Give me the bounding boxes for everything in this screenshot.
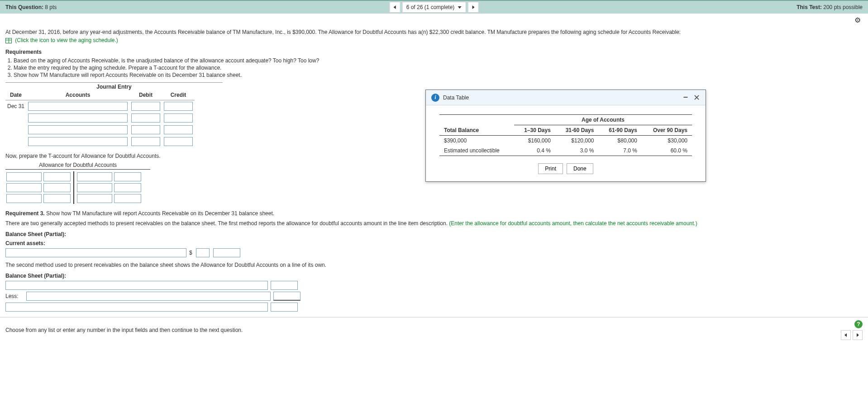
je-credit-input[interactable]: [164, 137, 193, 146]
je-date: Dec 31: [5, 100, 26, 113]
t-left-label-input[interactable]: [6, 194, 42, 203]
je-account-input[interactable]: [28, 137, 128, 146]
je-account-input[interactable]: [28, 102, 128, 111]
footer-prev-button[interactable]: [841, 330, 851, 340]
gear-bar: ⚙: [0, 14, 868, 26]
dt-col: 31-60 Days: [555, 125, 599, 136]
gear-icon[interactable]: ⚙: [854, 16, 861, 24]
je-debit-input[interactable]: [131, 114, 160, 123]
dt-cell: $390,000: [439, 136, 514, 146]
current-assets-label: Current assets:: [5, 240, 863, 246]
help-icon[interactable]: ?: [854, 320, 863, 328]
method1-text: There are two generally accepted methods…: [5, 220, 449, 227]
test-label-bold: This Test:: [796, 4, 822, 10]
question-pts: 8 pts: [43, 4, 57, 10]
requirements-heading: Requirements: [5, 49, 863, 55]
done-button[interactable]: Done: [567, 163, 593, 174]
je-debit-input[interactable]: [131, 125, 160, 134]
next-question-button[interactable]: [467, 2, 478, 13]
t-right-label-input[interactable]: [77, 183, 112, 192]
je-account-input[interactable]: [28, 114, 128, 123]
t-right-amount-input[interactable]: [114, 194, 141, 203]
svg-marker-3: [844, 333, 847, 337]
bs-net-input[interactable]: [213, 248, 240, 257]
t-left-label-input[interactable]: [6, 183, 42, 192]
requirement-item: Show how TM Manufacture will report Acco…: [14, 71, 863, 79]
question-label: This Question: 8 pts: [5, 4, 57, 10]
je-col-credit: Credit: [162, 90, 195, 100]
requirement-3: Requirement 3. Show how TM Manufacture w…: [5, 210, 863, 217]
bs-partial-1: Balance Sheet (Partial):: [5, 231, 863, 237]
bs-method1-row: $: [5, 248, 863, 257]
dt-cell: $80,000: [598, 136, 642, 146]
test-pts: 200 pts possible: [822, 4, 863, 10]
chevron-down-icon: [457, 5, 462, 9]
popup-body: Age of Accounts Total Balance 1–30 Days …: [426, 105, 706, 181]
je-account-input[interactable]: [28, 125, 128, 134]
requirement-item: Based on the aging of Accounts Receivabl…: [14, 57, 863, 64]
t-account-title: Allowance for Doubtful Accounts: [5, 162, 150, 170]
bs-amount-input[interactable]: [271, 281, 298, 290]
dollar-sign: $: [189, 250, 192, 256]
less-label: Less:: [5, 293, 24, 299]
je-credit-input[interactable]: [164, 102, 193, 111]
bs-total-amount-input[interactable]: [271, 303, 298, 312]
bs-method2-row2: Less:: [5, 292, 863, 301]
dt-cell: 0.4 %: [514, 146, 555, 156]
method1-instruction: (Enter the allowance for doubtful accoun…: [449, 220, 697, 227]
question-nav: 6 of 26 (1 complete): [390, 2, 479, 13]
t-left-amount-input[interactable]: [43, 194, 71, 203]
bs-partial-2: Balance Sheet (Partial):: [5, 273, 863, 279]
data-table-popup: i Data Table − ✕ Age of Accounts Total B…: [425, 90, 706, 182]
close-icon[interactable]: ✕: [693, 93, 700, 103]
req3-text: Show how TM Manufacture will report Acco…: [45, 210, 274, 217]
journal-entry-title: Journal Entry: [5, 82, 223, 90]
dt-cell: $30,000: [642, 136, 692, 146]
question-dropdown[interactable]: 6 of 26 (1 complete): [402, 2, 466, 13]
footer-hint: Choose from any list or enter any number…: [5, 327, 243, 333]
t-left-label-input[interactable]: [6, 172, 42, 181]
table-icon[interactable]: [5, 38, 12, 43]
minimize-icon[interactable]: −: [683, 93, 688, 102]
bs-total-desc-input[interactable]: [5, 303, 268, 312]
bs-method2-row1: [5, 281, 863, 290]
t-left-amount-input[interactable]: [43, 183, 71, 192]
dt-col: 61-90 Days: [598, 125, 642, 136]
print-button[interactable]: Print: [538, 163, 563, 174]
je-debit-input[interactable]: [131, 102, 160, 111]
t-right-amount-input[interactable]: [114, 183, 141, 192]
bs-line-desc-input[interactable]: [5, 281, 268, 290]
t-right-amount-input[interactable]: [114, 172, 141, 181]
popup-header: i Data Table − ✕: [426, 90, 706, 105]
je-credit-input[interactable]: [164, 114, 193, 123]
bs-allowance-input[interactable]: [196, 248, 210, 257]
footer-nav: [841, 330, 863, 340]
je-col-date: Date: [5, 90, 26, 100]
age-of-accounts-head: Age of Accounts: [514, 115, 692, 125]
t-left-amount-input[interactable]: [43, 172, 71, 181]
prev-question-button[interactable]: [390, 2, 401, 13]
top-bar: This Question: 8 pts 6 of 26 (1 complete…: [0, 0, 868, 14]
je-debit-input[interactable]: [131, 137, 160, 146]
requirement-item: Make the entry required by the aging sch…: [14, 64, 863, 71]
requirements-list: Based on the aging of Accounts Receivabl…: [14, 57, 863, 79]
footer-next-button[interactable]: [853, 330, 863, 340]
je-col-debit: Debit: [129, 90, 162, 100]
dt-col: Total Balance: [439, 125, 514, 136]
svg-marker-2: [472, 5, 474, 9]
view-schedule-link[interactable]: (Click the icon to view the aging schedu…: [15, 37, 118, 43]
je-credit-input[interactable]: [164, 125, 193, 134]
bs-line-desc-input[interactable]: [5, 248, 186, 257]
dt-cell: 60.0 %: [642, 146, 692, 156]
t-right-label-input[interactable]: [77, 172, 112, 181]
dt-col: 1–30 Days: [514, 125, 555, 136]
footer: Choose from any list or enter any number…: [0, 317, 868, 343]
t-right-label-input[interactable]: [77, 194, 112, 203]
popup-title: Data Table: [443, 95, 469, 101]
journal-entry-table: Date Accounts Debit Credit Dec 31: [5, 90, 195, 147]
dt-est-label: Estimated uncollectible: [439, 146, 514, 156]
bs-less-amount-input[interactable]: [273, 292, 300, 301]
bs-less-desc-input[interactable]: [26, 292, 271, 301]
popup-buttons: Print Done: [439, 163, 692, 174]
content-area: At December 31, 2016, before any year-en…: [0, 26, 868, 317]
